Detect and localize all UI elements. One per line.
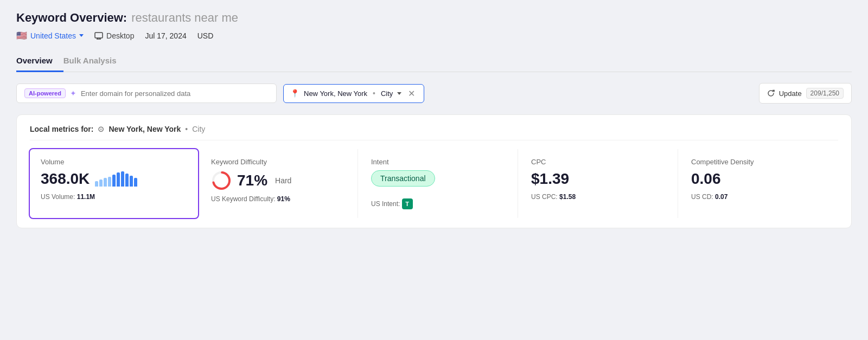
difficulty-number: 71% xyxy=(237,172,267,189)
country-label: United States xyxy=(30,31,76,40)
volume-chart xyxy=(95,171,137,187)
country-selector[interactable]: 🇺🇸 United States xyxy=(16,30,84,41)
volume-label: Volume xyxy=(41,158,187,166)
cpc-sub: US CPC: $1.58 xyxy=(531,193,665,201)
local-location: New York, New York xyxy=(108,125,181,133)
local-location-type: City xyxy=(192,125,205,133)
domain-input-box: AI-powered ✦ xyxy=(16,84,277,103)
bar-2 xyxy=(99,179,103,187)
volume-value-row: 368.0K xyxy=(41,170,187,188)
country-chevron-icon xyxy=(79,34,84,37)
device-label: Desktop xyxy=(106,31,134,40)
intent-metric: Intent Transactional US Intent: T xyxy=(358,149,518,218)
currency-label: USD xyxy=(197,31,214,40)
bar-4 xyxy=(108,177,111,187)
page-title: Keyword Overview: restaurants near me xyxy=(16,11,852,25)
meta-row: 🇺🇸 United States Desktop Jul 17, 2024 US… xyxy=(16,30,852,41)
intent-badge: Transactional xyxy=(371,170,435,187)
volume-number: 368.0K xyxy=(41,170,90,188)
metrics-grid: Volume 368.0K US Volume: xyxy=(30,149,838,218)
difficulty-sub: US Keyword Difficulty: 91% xyxy=(211,195,344,203)
cpc-metric: CPC $1.39 US CPC: $1.58 xyxy=(518,149,678,218)
difficulty-descriptor: Hard xyxy=(275,176,291,185)
update-counter: 209/1,250 xyxy=(806,88,844,99)
us-intent-badge: T xyxy=(402,198,413,209)
tab-overview[interactable]: Overview xyxy=(16,50,63,72)
metrics-card: Local metrics for: ⊙ New York, New York … xyxy=(16,114,852,228)
difficulty-metric: Keyword Difficulty 71% Hard US Keyword D… xyxy=(198,149,358,218)
bar-9 xyxy=(130,176,133,187)
device-selector: Desktop xyxy=(94,31,134,40)
tab-bulk-analysis[interactable]: Bulk Analysis xyxy=(63,50,127,72)
volume-sub: US Volume: 11.1M xyxy=(41,193,187,201)
domain-input[interactable] xyxy=(81,89,269,98)
local-metrics-label: Local metrics for: xyxy=(30,125,93,133)
toolbar-row: AI-powered ✦ 📍 New York, New York • City… xyxy=(16,83,852,104)
tabs-row: Overview Bulk Analysis xyxy=(16,50,852,72)
title-keyword: restaurants near me xyxy=(131,11,238,25)
bar-1 xyxy=(95,181,98,187)
svg-rect-0 xyxy=(95,33,103,38)
cd-value: 0.06 xyxy=(691,170,825,188)
cpc-label: CPC xyxy=(531,158,665,166)
bar-5 xyxy=(112,175,116,187)
difficulty-value-row: 71% Hard xyxy=(211,170,344,191)
local-pin-icon: ⊙ xyxy=(98,125,104,133)
location-clear-button[interactable]: ✕ xyxy=(406,88,417,99)
bar-10 xyxy=(134,178,137,187)
intent-label: Intent xyxy=(371,158,505,166)
ai-badge: AI-powered xyxy=(24,88,66,98)
competitive-density-metric: Competitive Density 0.06 US CD: 0.07 xyxy=(678,149,838,218)
location-selector[interactable]: 📍 New York, New York • City ✕ xyxy=(283,84,424,103)
sparkle-icon: ✦ xyxy=(70,89,76,98)
cpc-value: $1.39 xyxy=(531,170,665,188)
location-type: City xyxy=(381,89,393,98)
update-button[interactable]: Update 209/1,250 xyxy=(759,83,852,104)
refresh-icon xyxy=(767,89,775,97)
location-chevron-icon xyxy=(397,92,401,95)
bar-7 xyxy=(121,171,124,187)
location-pin-icon: 📍 xyxy=(290,89,299,98)
volume-metric: Volume 368.0K US Volume: xyxy=(29,148,199,219)
cd-sub: US CD: 0.07 xyxy=(691,193,825,201)
title-prefix: Keyword Overview: xyxy=(16,11,127,25)
difficulty-circle-icon xyxy=(211,170,232,191)
intent-sub: US Intent: T xyxy=(371,198,505,209)
update-label: Update xyxy=(779,89,802,98)
bar-6 xyxy=(117,172,120,187)
page-header: Keyword Overview: restaurants near me 🇺🇸… xyxy=(16,11,852,41)
difficulty-label: Keyword Difficulty xyxy=(211,158,344,166)
cd-label: Competitive Density xyxy=(691,158,825,166)
location-name: New York, New York xyxy=(304,89,367,98)
bar-8 xyxy=(125,174,129,187)
local-metrics-header: Local metrics for: ⊙ New York, New York … xyxy=(30,125,838,140)
us-flag-icon: 🇺🇸 xyxy=(16,30,27,41)
date-label: Jul 17, 2024 xyxy=(145,31,186,40)
bar-3 xyxy=(104,178,107,187)
monitor-icon xyxy=(94,32,103,40)
